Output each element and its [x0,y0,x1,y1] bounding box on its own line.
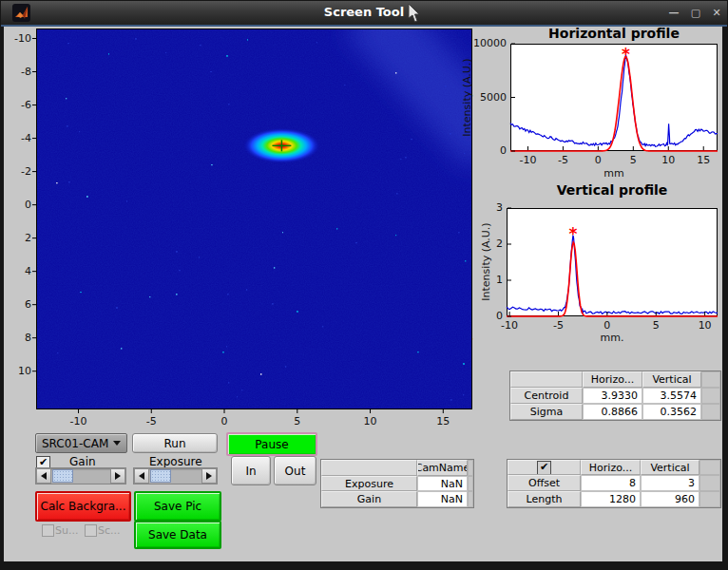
camera-y-tick-label: 0 [3,199,31,211]
vertical-profile-plot-svg: * [507,208,718,316]
stats-header-horizontal: Horizo... [583,371,642,388]
stats-centroid-horizontal: 3.9330 [583,388,642,404]
vertical-profile-chart: *-10-505100123 [507,208,718,316]
roi-rowlabel-offset: Offset [508,475,581,491]
camera-y-tick-label: 6 [3,298,31,311]
in-button[interactable]: In [231,456,271,485]
gain-slider[interactable] [35,467,126,484]
stats-filler [701,404,720,420]
camera-x-tick-label: 10 [354,415,388,428]
exposure-slider-left-arrow[interactable] [134,468,149,484]
horizontal-profile-ylabel: Intensity (A.U.) [461,46,473,150]
app-window: Screen Tool — ▢ ✕ -10-5051015-10-8-6-4-2… [0,0,728,570]
stats-header-vertical: Vertical [642,371,701,388]
stats-filler [701,388,720,404]
camera-y-tick-label: 8 [3,332,31,344]
roi-offset-horizontal[interactable]: 8 [581,475,641,491]
cam-params-table: CamName Exposure NaN Gain NaN [320,459,474,508]
cam-exposure-value[interactable]: NaN [417,476,468,491]
run-button[interactable]: Run [132,433,218,453]
pause-button[interactable]: Pause [226,432,317,456]
roi-length-horizontal[interactable]: 1280 [581,491,641,507]
roi-offset-vertical[interactable]: 3 [641,475,699,491]
gain-label: Gain [69,455,96,468]
peak-marker: * [568,224,577,243]
roi-header-checkbox-cell: ✔ [508,460,581,475]
maximize-button[interactable]: ▢ [687,6,704,21]
left-arrow-icon [139,472,144,480]
horizontal-profile-chart: *-10-50510150500010000 [510,44,718,151]
camera-image: -10-5051015-10-8-6-4-20246810 [36,28,472,409]
horizontal-profile-plot-svg: * [510,44,718,151]
right-arrow-icon [115,472,121,480]
sum-checkbox[interactable] [42,524,54,537]
exposure-slider-right-arrow[interactable] [201,468,217,484]
save-data-button[interactable]: Save Data [134,521,221,549]
exposure-slider-thumb[interactable] [150,469,171,483]
exposure-slider[interactable] [133,467,218,484]
horizontal-profile-x-tick-label: 15 [686,154,720,166]
gain-slider-thumb[interactable] [52,469,73,483]
gain-slider-right-arrow[interactable] [110,468,125,484]
cam-header-empty [321,460,417,476]
calc-background-button[interactable]: Calc Backgra... [35,491,131,522]
mouse-cursor [408,4,422,28]
minimize-button[interactable]: — [665,6,682,21]
roi-header-vertical: Vertical [641,460,699,475]
exposure-label: Exposure [149,455,202,468]
horizontal-profile-x-tick-label: 0 [581,154,615,166]
camera-x-tick-label: 0 [207,415,241,428]
stats-rowlabel-sigma: Sigma [510,404,583,420]
camera-y-tick-label: 10 [3,365,31,377]
save-pic-button[interactable]: Save Pic [134,491,221,522]
camera-y-tick-label: 4 [3,265,31,277]
camera-image-svg [36,28,472,409]
camera-y-tick-label: 2 [3,232,31,244]
camera-y-tick-label: -10 [3,32,31,45]
peak-marker: * [622,45,630,64]
camera-x-tick-label: -10 [62,415,96,428]
roi-table: ✔ Horizo... Vertical Offset 8 3 Length 1… [507,459,721,508]
horizontal-profile-xlabel: mm [510,167,718,180]
camera-select-dropdown[interactable]: SRC01-CAM [35,433,127,453]
stats-filler [701,371,720,388]
camera-x-tick-label: -5 [134,415,168,428]
cam-rowlabel-exposure: Exposure [321,476,417,491]
camera-x-tick-label: 15 [426,415,460,428]
camera-y-tick-label: -6 [3,99,31,111]
out-button[interactable]: Out [274,456,316,485]
cam-header-camname: CamName [417,460,468,476]
title-bar[interactable]: Screen Tool — ▢ ✕ [1,1,727,27]
vertical-profile-xlabel: mm. [507,332,718,344]
vertical-profile-title: Vertical profile [507,182,718,198]
roi-filler [699,460,720,475]
cam-rowlabel-gain: Gain [321,491,417,507]
gain-slider-left-arrow[interactable] [36,468,51,484]
scale-checkbox-label: Sc... [98,524,121,537]
roi-header-horizontal: Horizo... [581,460,641,475]
roi-length-vertical[interactable]: 960 [641,491,699,507]
right-arrow-icon [206,472,212,480]
stats-centroid-vertical: 3.5574 [642,388,701,404]
vertical-profile-x-tick-label: 10 [688,319,722,332]
camera-y-tick-label: -2 [3,165,31,178]
camera-select-value: SRC01-CAM [42,437,108,450]
camera-y-tick-label: -4 [3,132,31,144]
camera-x-tick-label: 5 [280,415,315,428]
scale-checkbox[interactable] [85,524,97,537]
stats-rowlabel-centroid: Centroid [510,388,583,404]
roi-filler [699,491,720,507]
cam-filler [468,460,473,476]
cam-filler [468,476,473,491]
stats-sigma-horizontal: 0.8866 [583,404,642,420]
roi-rowlabel-length: Length [508,491,581,507]
roi-enable-checkbox[interactable]: ✔ [537,461,551,475]
cam-gain-value[interactable]: NaN [417,491,468,507]
vertical-profile-x-tick-label: 0 [590,319,624,332]
horizontal-profile-title: Horizontal profile [510,26,718,41]
close-button[interactable]: ✕ [708,6,725,21]
camera-y-tick-label: -8 [3,66,31,78]
chevron-down-icon [113,441,121,446]
vertical-profile-x-tick-label: 5 [639,319,673,332]
stats-header-empty [510,371,583,388]
